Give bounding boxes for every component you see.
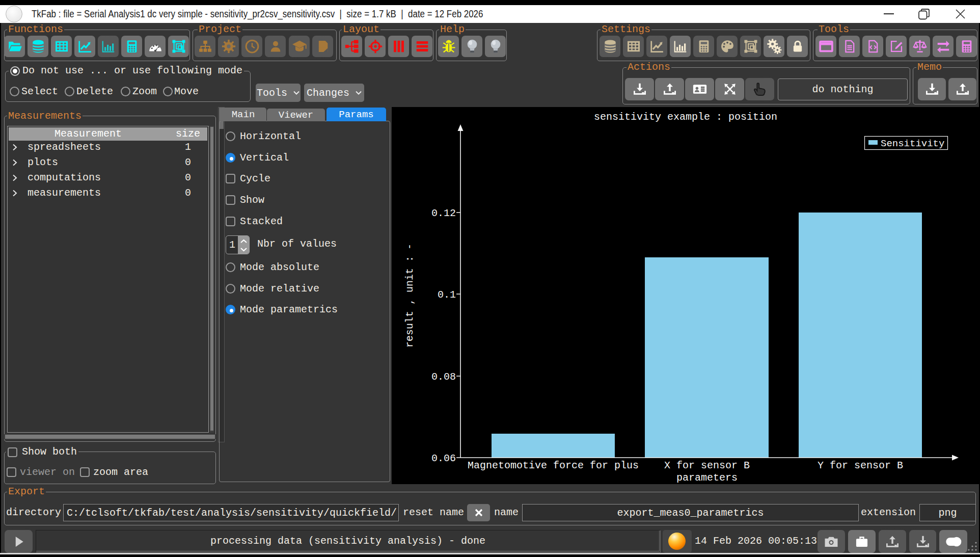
svg-text:0.1: 0.1 [438,289,456,301]
svg-text:X for sensor B: X for sensor B [664,460,750,471]
svg-text:Magnetomotive force for plus: Magnetomotive force for plus [468,460,639,471]
svg-text:Sensitivity: Sensitivity [881,138,944,149]
svg-text:sensitivity example : position: sensitivity example : position [594,111,777,123]
svg-text:0.08: 0.08 [431,371,456,383]
svg-text:parameters: parameters [676,472,738,484]
svg-text:0.06: 0.06 [431,453,456,464]
svg-text:result , unit : -: result , unit : - [404,244,416,348]
svg-text:Y for sensor B: Y for sensor B [818,460,903,471]
svg-text:0.12: 0.12 [431,207,456,219]
